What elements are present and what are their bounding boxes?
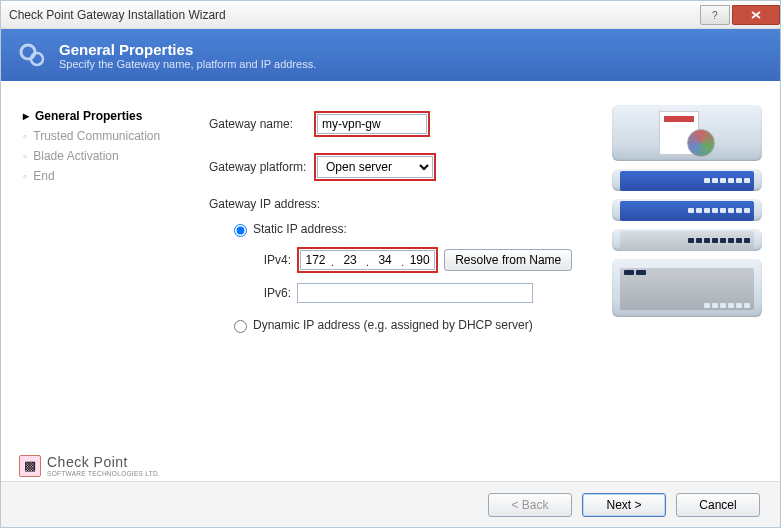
titlebar: Check Point Gateway Installation Wizard … — [1, 1, 780, 29]
form-panel: Gateway name: Gateway platform: Open ser… — [181, 81, 600, 481]
step-general-properties: General Properties — [23, 109, 163, 123]
ipv4-input[interactable]: . . . — [297, 247, 438, 273]
ipv4-seg-3[interactable] — [370, 250, 400, 270]
help-button[interactable]: ? — [700, 5, 730, 25]
checkpoint-logo-icon: ▩ — [19, 455, 41, 477]
gateway-platform-label: Gateway platform: — [209, 160, 314, 174]
gateway-name-input[interactable] — [317, 114, 427, 134]
wizard-window: Check Point Gateway Installation Wizard … — [0, 0, 781, 528]
device-illustrations — [600, 81, 780, 481]
step-blade-activation: Blade Activation — [23, 149, 163, 163]
cancel-button[interactable]: Cancel — [676, 493, 760, 517]
wizard-footer: < Back Next > Cancel — [1, 481, 780, 527]
appliance-illustration-3 — [612, 229, 762, 251]
software-package-illustration — [612, 105, 762, 161]
gear-icon — [15, 38, 49, 72]
svg-point-3 — [21, 45, 35, 59]
ipv4-seg-1[interactable] — [300, 250, 330, 270]
back-button[interactable]: < Back — [488, 493, 572, 517]
wizard-header: General Properties Specify the Gateway n… — [1, 29, 780, 81]
step-end: End — [23, 169, 163, 183]
gateway-name-label: Gateway name: — [209, 117, 314, 131]
ipv4-seg-2[interactable] — [335, 250, 365, 270]
header-title: General Properties — [59, 41, 316, 58]
svg-text:?: ? — [712, 10, 718, 20]
header-subtitle: Specify the Gateway name, platform and I… — [59, 58, 316, 70]
appliance-illustration-1 — [612, 169, 762, 191]
dynamic-ip-radio-row[interactable]: Dynamic IP address (e.g. assigned by DHC… — [229, 317, 590, 333]
gateway-platform-select[interactable]: Open server — [317, 156, 433, 178]
ipv6-label: IPv6: — [251, 286, 291, 300]
static-ip-radio[interactable] — [234, 224, 247, 237]
ip-section-label: Gateway IP address: — [209, 197, 590, 211]
dynamic-ip-radio[interactable] — [234, 320, 247, 333]
appliance-illustration-4 — [612, 259, 762, 317]
ipv4-label: IPv4: — [251, 253, 291, 267]
ipv4-seg-4[interactable] — [405, 250, 435, 270]
brand-logo: ▩ Check Point SOFTWARE TECHNOLOGIES LTD. — [19, 454, 160, 477]
steps-sidebar: General Properties Trusted Communication… — [1, 81, 181, 481]
step-trusted-communication: Trusted Communication — [23, 129, 163, 143]
ipv6-input[interactable] — [297, 283, 533, 303]
resolve-from-name-button[interactable]: Resolve from Name — [444, 249, 572, 271]
next-button[interactable]: Next > — [582, 493, 666, 517]
static-ip-radio-row[interactable]: Static IP address: — [229, 221, 590, 237]
appliance-illustration-2 — [612, 199, 762, 221]
window-title: Check Point Gateway Installation Wizard — [9, 8, 226, 22]
close-button[interactable] — [732, 5, 780, 25]
